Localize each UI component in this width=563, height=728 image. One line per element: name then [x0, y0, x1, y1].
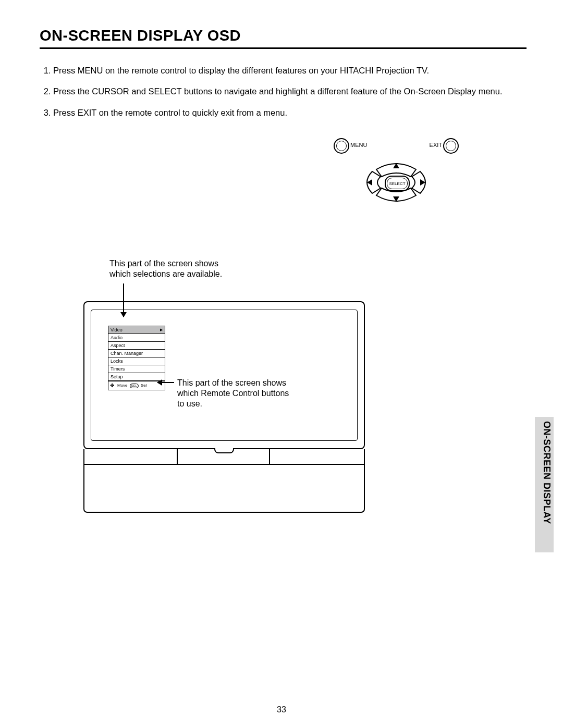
instruction-list: Press MENU on the remote control to disp… [40, 65, 527, 118]
osd-menu-item-audio[interactable]: Audio [108, 334, 165, 342]
osd-menu-item-video[interactable]: Video ▶ [108, 326, 165, 334]
page-title: ON-SCREEN DISPLAY OSD [40, 27, 527, 44]
select-button[interactable]: SELECT [385, 176, 410, 191]
osd-menu-item-aspect[interactable]: Aspect [108, 341, 165, 350]
side-section-label: ON-SCREEN DISPLAY [541, 421, 552, 524]
exit-button[interactable] [443, 138, 459, 154]
page-number: 33 [0, 705, 563, 714]
instruction-item: Press EXIT on the remote control to quic… [53, 107, 527, 118]
cursor-dpad: SELECT [359, 154, 434, 211]
exit-button-label: EXIT [430, 142, 442, 148]
annotation-available-selections: This part of the screen shows which sele… [109, 258, 222, 279]
instruction-item: Press the CURSOR and SELECT buttons to n… [53, 85, 527, 97]
menu-button-label: MENU [350, 142, 367, 148]
ir-receiver-icon [214, 448, 234, 453]
select-button-label: SELECT [389, 181, 405, 186]
arrow-left-icon [157, 382, 174, 383]
sel-pill-icon: SEL [130, 384, 139, 388]
chevron-right-icon: ▶ [160, 327, 163, 333]
dpad-icon [111, 384, 115, 388]
annotation-remote-buttons: This part of the screen shows which Remo… [177, 378, 289, 409]
osd-menu-item-locks[interactable]: Locks [108, 357, 165, 365]
manual-page: ON-SCREEN DISPLAY OSD Press MENU on the … [0, 0, 563, 728]
menu-button[interactable] [334, 138, 349, 154]
osd-menu-item-timers[interactable]: Timers [108, 365, 165, 373]
remote-buttons-diagram: MENU EXIT SELECT [334, 138, 459, 219]
title-rule [40, 47, 527, 49]
osd-menu-item-chan-manager[interactable]: Chan. Manager [108, 349, 165, 357]
instruction-item: Press MENU on the remote control to disp… [53, 65, 527, 76]
